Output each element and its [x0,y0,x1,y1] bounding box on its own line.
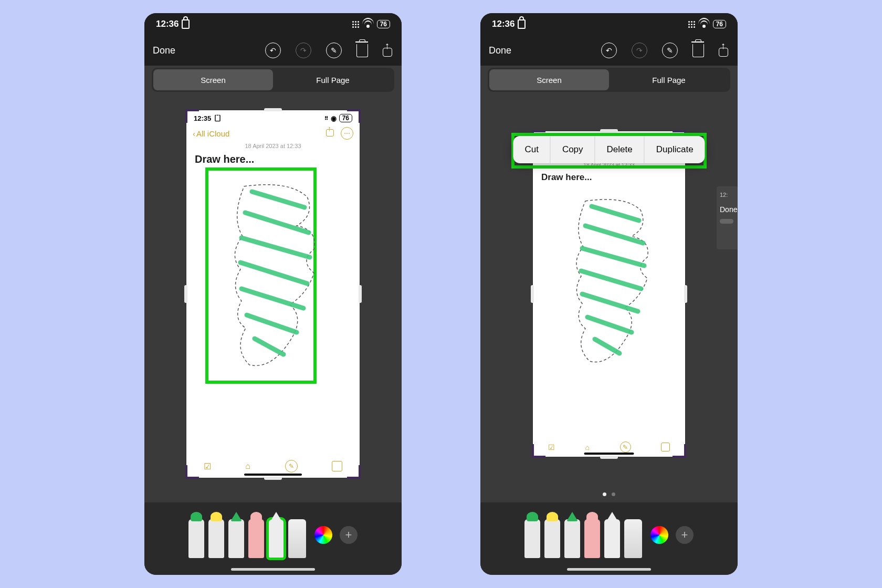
markup-icon[interactable]: ✎ [662,43,678,58]
markup-toolbar: Done ↶ ↷ ✎ [144,35,402,66]
share-icon[interactable] [383,44,393,57]
crop-handle-bottom[interactable] [600,456,618,459]
drawing-area [541,188,677,372]
checklist-icon[interactable]: ☑ [548,443,555,452]
eraser-tool[interactable] [584,519,600,558]
wifi-icon [699,20,709,28]
seg-screen[interactable]: Screen [489,69,609,90]
pencil-tool[interactable] [228,519,244,558]
pen-tool[interactable] [188,519,204,558]
screenshot-preview[interactable]: 12:35 ⠿◉76 ‹All iCloud ↑ ⋯ 18 April 2023… [186,110,360,478]
eraser-tool[interactable] [248,519,264,558]
status-right: 76 [352,20,390,28]
lock-icon [182,19,190,29]
lasso-tool[interactable] [604,519,620,558]
peek-time: 12: [720,192,734,198]
share-icon[interactable]: ↑ [326,127,334,136]
ctx-duplicate[interactable]: Duplicate [645,136,705,163]
color-picker[interactable] [650,526,668,544]
crop-handle-left[interactable] [184,285,187,303]
next-page-peek[interactable]: 12: Done [717,186,738,249]
segmented-control[interactable]: Screen Full Page [488,68,730,92]
pencil-tool[interactable] [564,519,580,558]
crop-handle-bottom[interactable] [264,477,282,480]
notes-toolbar: ☑ ⌂ ✎ [186,460,360,472]
back-label: All iCloud [196,129,229,138]
page-indicator [480,492,738,496]
home-indicator [231,568,315,571]
segmented-control[interactable]: Screen Full Page [152,68,394,92]
scribble [581,206,644,353]
crop-handle-top[interactable] [264,108,282,111]
crop-handle-top[interactable] [600,129,618,132]
lock-icon [215,115,221,122]
add-tool-button[interactable]: + [676,526,694,544]
ctx-delete[interactable]: Delete [595,136,644,163]
note-date: 18 April 2023 at 12:33 [186,143,360,149]
notes-nav: ‹All iCloud ↑ ⋯ [186,126,360,141]
done-button[interactable]: Done [489,45,511,56]
markup-icon[interactable]: ✎ [326,43,342,58]
context-menu: Cut Copy Delete Duplicate [513,136,705,163]
pen-tool[interactable] [524,519,540,558]
statusbar: 12:36 76 [144,13,402,35]
ctx-cut[interactable]: Cut [513,136,550,163]
grid-icon [352,21,359,28]
chevron-left-icon: ‹ [193,129,195,138]
grid-icon [688,21,695,28]
markup-icon[interactable]: ✎ [620,442,631,453]
drawing-area [195,171,351,391]
crop-corner-tr[interactable] [347,109,361,123]
battery-badge: 76 [713,20,726,28]
more-icon[interactable]: ⋯ [341,127,353,140]
page-dot-1 [603,492,606,496]
scribble [240,192,310,354]
crop-handle-right[interactable] [359,285,362,303]
statusbar: 12:36 76 [480,13,738,35]
back-button[interactable]: ‹All iCloud [193,129,229,138]
undo-icon[interactable]: ↶ [265,43,281,58]
crop-handle-left[interactable] [531,285,534,303]
seg-fullpage[interactable]: Full Page [609,69,729,90]
compose-icon[interactable] [661,443,670,452]
done-button[interactable]: Done [153,45,175,56]
wifi-icon: ◉ [331,114,337,122]
trash-icon[interactable] [356,44,368,57]
status-time-text: 12:36 [156,19,178,29]
add-tool-button[interactable]: + [340,526,358,544]
tool-tray: + [480,502,738,575]
checklist-icon[interactable]: ☑ [204,461,211,471]
crop-corner-tl[interactable] [185,109,199,123]
seg-fullpage[interactable]: Full Page [273,69,393,90]
home-indicator [567,568,651,571]
redo-icon: ↷ [632,43,647,58]
undo-icon[interactable]: ↶ [601,43,617,58]
page-dot-2 [612,492,615,496]
status-time: 12:36 [156,19,190,29]
seg-screen[interactable]: Screen [153,69,273,90]
canvas-area: 12:35 ⠿◉76 ‹All iCloud ↑ ⋯ 18 April 2023… [144,92,402,496]
ctx-copy[interactable]: Copy [551,136,595,163]
color-picker[interactable] [314,526,332,544]
screenshot-preview[interactable]: 12:35 ⠿◉76 ‹All iCloud ↑ ⋯ 18 April 2023… [533,131,685,457]
lasso-tool[interactable] [268,519,284,558]
notes-toolbar: ☑ ⌂ ✎ [533,442,685,453]
battery-badge: 76 [377,20,390,28]
highlighter-tool[interactable] [208,519,224,558]
wifi-icon [363,20,373,28]
redo-icon: ↷ [296,43,311,58]
phone-right: 12:36 76 Done ↶ ↷ ✎ Screen Full Page [480,13,738,575]
status-time-text: 12:36 [492,19,514,29]
markup-icon[interactable]: ✎ [285,460,298,472]
markup-toolbar: Done ↶ ↷ ✎ [480,35,738,66]
compose-icon[interactable] [332,461,342,471]
grid-icon: ⠿ [324,116,328,121]
trash-icon[interactable] [692,44,704,57]
camera-icon[interactable]: ⌂ [245,461,250,471]
camera-icon[interactable]: ⌂ [585,443,589,452]
share-icon[interactable] [719,44,729,57]
ruler-tool[interactable] [624,519,642,558]
highlighter-tool[interactable] [544,519,560,558]
crop-handle-right[interactable] [684,285,687,303]
ruler-tool[interactable] [288,519,306,558]
